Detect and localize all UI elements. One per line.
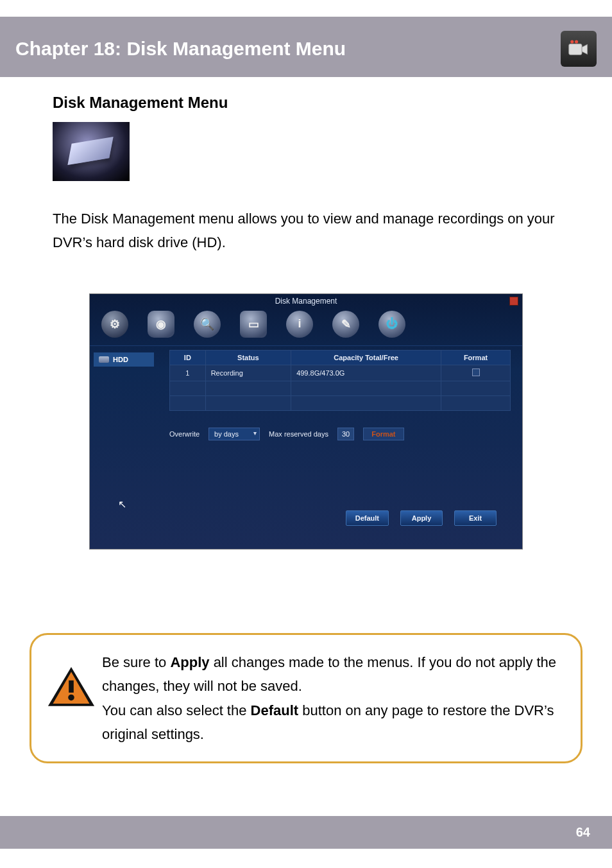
warning-callout: Be sure to Apply all changes made to the… <box>30 633 582 764</box>
intro-paragraph: The Disk Management menu allows you to v… <box>53 207 559 255</box>
power-nav-icon[interactable]: ⏻ <box>378 311 405 338</box>
settings-icon[interactable]: ⚙ <box>101 311 128 338</box>
col-capacity: Capacity Total/Free <box>291 350 441 365</box>
dvr-main-panel: ID Status Capacity Total/Free Format 1 R… <box>158 346 522 549</box>
cursor-icon: ↖ <box>118 499 126 510</box>
default-button[interactable]: Default <box>346 510 389 526</box>
page-number: 64 <box>576 825 590 839</box>
info-nav-icon[interactable]: i <box>286 311 313 338</box>
warn-line1a: Be sure to <box>102 654 170 670</box>
dvr-screenshot: Disk Management ⚙ ◉ 🔍 ▭ i ✎ ⏻ HDD ID <box>89 293 523 550</box>
warn-line2a: You can also select the <box>102 702 251 718</box>
close-icon[interactable] <box>509 297 518 306</box>
dvr-bottom-buttons: Default Apply Exit <box>169 453 511 537</box>
svg-rect-0 <box>569 44 582 55</box>
cell-format-checkbox[interactable] <box>441 365 511 381</box>
svg-point-2 <box>570 40 574 43</box>
cell-status: Recording <box>205 365 291 381</box>
chapter-title: Chapter 18: Disk Management Menu <box>15 38 346 60</box>
overwrite-controls: Overwrite by days Max reserved days 30 F… <box>169 428 511 440</box>
table-row <box>170 395 511 410</box>
dvr-titlebar: Disk Management <box>90 294 522 307</box>
chapter-header-bar: Chapter 18: Disk Management Menu <box>0 17 612 77</box>
page-content: Disk Management Menu The Disk Management… <box>0 77 612 582</box>
sidebar-tab-hdd[interactable]: HDD <box>94 352 154 367</box>
table-row: 1 Recording 499.8G/473.0G <box>170 365 511 381</box>
sidebar-tab-label: HDD <box>113 356 128 363</box>
warning-text: Be sure to Apply all changes made to the… <box>102 650 564 747</box>
search-nav-icon[interactable]: 🔍 <box>194 311 221 338</box>
overwrite-value: by days <box>214 430 239 438</box>
max-reserved-input[interactable]: 30 <box>337 428 354 440</box>
dvr-window-title: Disk Management <box>275 297 337 306</box>
camera-nav-icon[interactable]: ◉ <box>148 311 174 338</box>
overwrite-select[interactable]: by days <box>208 428 260 440</box>
col-id: ID <box>170 350 206 365</box>
cell-capacity: 499.8G/473.0G <box>291 365 441 381</box>
svg-point-3 <box>575 40 578 43</box>
section-heading: Disk Management Menu <box>53 94 559 112</box>
dvr-sidebar: HDD <box>90 346 158 549</box>
svg-marker-1 <box>582 44 588 54</box>
max-reserved-label: Max reserved days <box>269 430 328 438</box>
format-button[interactable]: Format <box>363 428 404 440</box>
hdd-mini-icon <box>99 356 109 363</box>
tools-nav-icon[interactable]: ✎ <box>332 311 359 338</box>
warn-bold-default: Default <box>251 702 299 718</box>
overwrite-label: Overwrite <box>169 430 200 438</box>
apply-button[interactable]: Apply <box>400 510 443 526</box>
svg-point-7 <box>68 694 74 700</box>
col-format: Format <box>441 350 511 365</box>
checkbox-icon[interactable] <box>472 369 480 376</box>
dvr-top-nav: ⚙ ◉ 🔍 ▭ i ✎ ⏻ <box>90 307 522 345</box>
hdd-photo <box>53 122 130 181</box>
hdd-table: ID Status Capacity Total/Free Format 1 R… <box>169 350 511 411</box>
exit-button[interactable]: Exit <box>454 510 497 526</box>
warn-bold-apply: Apply <box>170 654 209 670</box>
page-footer: 64 <box>0 816 612 849</box>
svg-rect-6 <box>69 681 74 693</box>
table-row <box>170 381 511 395</box>
disk-nav-icon[interactable]: ▭ <box>240 311 267 338</box>
cell-id: 1 <box>170 365 206 381</box>
camera-icon <box>561 31 597 67</box>
col-status: Status <box>205 350 291 365</box>
warning-icon <box>47 666 96 711</box>
